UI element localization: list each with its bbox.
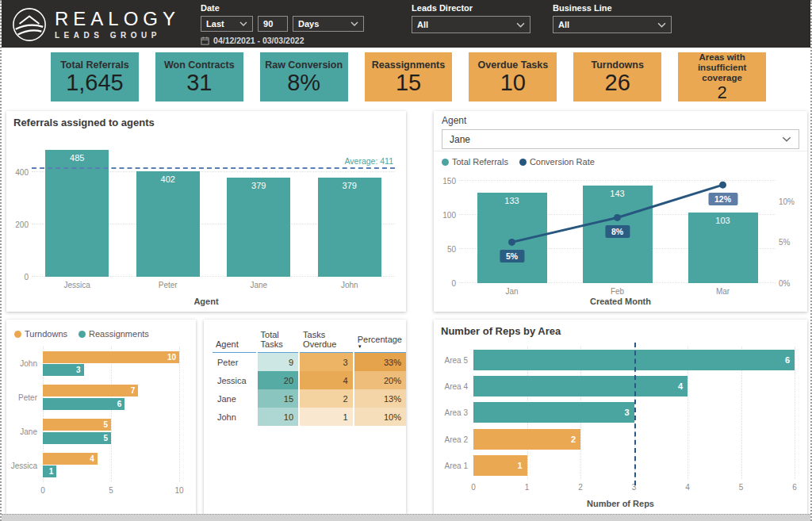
brand-subtitle: LEADS GROUP <box>55 31 180 40</box>
kpi-card-total-referrals[interactable]: Total Referrals1,645 <box>51 52 139 102</box>
kpi-value: 26 <box>605 71 630 94</box>
kpi-card-won-contracts[interactable]: Won Contracts31 <box>155 52 243 102</box>
x-category-label: Jessica <box>32 281 123 289</box>
kpi-card-overdue-tasks[interactable]: Overdue Tasks10 <box>469 52 557 102</box>
table-row-john[interactable]: John10110% <box>212 408 406 426</box>
business-line-filter-group: Business Line All <box>553 0 672 33</box>
table-row-jessica[interactable]: Jessica20420% <box>212 371 406 389</box>
bar-slot: 379Jane <box>213 146 304 277</box>
bar-area-1[interactable]: Area 11 <box>473 455 527 476</box>
y-axis-tick-label: 200 <box>8 220 29 229</box>
turndowns-bar-chart: 0510John103Peter76Jane55Jessica41 <box>43 347 179 482</box>
reps-bar-chart: 0123456Area 56Area 44Area 33Area 22Area … <box>473 347 795 479</box>
bar-value-label: 2 <box>571 435 580 444</box>
cell-total-tasks: 10 <box>257 408 300 426</box>
reps-by-area-panel: Number of Reps by Area 0123456Area 56Are… <box>434 320 807 514</box>
bar-reassignments-jane[interactable]: 5 <box>43 432 111 444</box>
table-header-row: AgentTotal TasksTasks OverduePercentage▼ <box>212 328 406 353</box>
bar-group-jessica: Jessica41 <box>43 451 179 479</box>
kpi-card-turndowns[interactable]: Turndowns26 <box>573 52 661 102</box>
bar-value-label: 6 <box>785 355 795 365</box>
calendar-icon <box>201 36 209 45</box>
kpi-label: Reassignments <box>372 59 445 71</box>
cell-agent: Jessica <box>212 371 257 389</box>
x-axis-tick-label: 10 <box>174 486 183 495</box>
bar-value-label: 4 <box>90 454 98 463</box>
y-category-label: Area 5 <box>445 355 468 364</box>
x-axis-tick-label: 4 <box>685 483 690 492</box>
x-axis-tick-label: 0 <box>40 486 45 495</box>
legend-label: Total Referrals <box>452 157 508 167</box>
column-header-percentage[interactable]: Percentage▼ <box>354 328 406 353</box>
cell-agent: John <box>212 408 257 426</box>
business-line-dropdown[interactable]: All <box>553 16 672 33</box>
tasks-table-panel: AgentTotal TasksTasks OverduePercentage▼… <box>204 320 406 514</box>
cell-tasks-overdue: 2 <box>299 389 354 408</box>
leads-director-dropdown[interactable]: All <box>412 16 530 33</box>
bar-reassignments-jessica[interactable]: 1 <box>43 465 56 477</box>
y-category-label: Area 1 <box>445 462 468 470</box>
y-category-label: Area 2 <box>445 435 468 443</box>
table-row-jane[interactable]: Jane15213% <box>212 389 406 408</box>
bar-value-label: 10 <box>167 353 179 362</box>
y-axis-tick-label: 0 <box>8 273 29 282</box>
chevron-down-icon <box>239 21 247 26</box>
monthly-combo-chart: 0501001500%5%10%133Jan143Feb103Mar5%8%12… <box>459 181 776 283</box>
kpi-card-areas-with-insufficient-coverage[interactable]: Areas with insufficient coverage2 <box>678 52 766 102</box>
legend-item-reassignments: Reassignments <box>79 329 149 339</box>
teal-dot-icon <box>442 159 449 166</box>
bar-area-4[interactable]: Area 44 <box>473 376 688 396</box>
bar-john[interactable]: 379 <box>318 178 381 277</box>
column-header-total-tasks[interactable]: Total Tasks <box>257 328 300 353</box>
orange-dot-icon <box>14 331 21 338</box>
y-axis-tick-label: 0 <box>435 279 456 288</box>
bar-value-label: 3 <box>76 366 84 374</box>
kpi-label: Total Referrals <box>60 59 129 71</box>
legend-label: Conversion Rate <box>530 157 595 167</box>
table-row-peter[interactable]: Peter9333% <box>212 353 406 372</box>
bar-turndowns-peter[interactable]: 7 <box>43 385 138 396</box>
agent-dropdown[interactable]: Jane <box>442 129 799 149</box>
bar-jane[interactable]: 379 <box>227 178 290 277</box>
date-number-input[interactable]: 90 <box>258 16 288 32</box>
leads-director-label: Leads Director <box>412 3 530 13</box>
cell-tasks-overdue: 3 <box>299 353 354 372</box>
date-range: 04/12/2021 - 03/03/2022 <box>201 36 364 45</box>
line-value-label-jan: 5% <box>500 250 524 262</box>
column-header-tasks-overdue[interactable]: Tasks Overdue <box>299 328 354 353</box>
date-unit-dropdown[interactable]: Days <box>293 16 364 32</box>
bar-group-jane: Jane55 <box>43 418 179 446</box>
bar-turndowns-jane[interactable]: 5 <box>43 419 111 431</box>
column-header-agent[interactable]: Agent <box>212 328 257 353</box>
y-category-label: John <box>20 359 37 368</box>
bar-value-label: 6 <box>117 400 125 408</box>
bar-reassignments-peter[interactable]: 6 <box>43 398 124 410</box>
x-axis-title: Number of Reps <box>434 499 807 508</box>
logo-text: REALOGY LEADS GROUP <box>55 10 180 40</box>
kpi-card-reassignments[interactable]: Reassignments15 <box>365 52 453 102</box>
x-category-label: Feb <box>565 287 670 296</box>
kpi-value: 8% <box>287 71 320 94</box>
chevron-down-icon <box>657 22 666 28</box>
bar-reassignments-john[interactable]: 3 <box>43 364 84 376</box>
bar-area-2[interactable]: Area 22 <box>473 429 580 450</box>
y-axis-tick-label: 400 <box>8 168 29 177</box>
bar-peter[interactable]: 402 <box>136 171 200 277</box>
date-filter-group: Date Last 90 Days 04/12/2021 - 03/03/202… <box>201 0 364 45</box>
kpi-row: Total Referrals1,645Won Contracts31Raw C… <box>51 52 766 102</box>
gridline <box>795 347 795 479</box>
date-relative-dropdown[interactable]: Last <box>201 16 253 32</box>
bar-turndowns-jessica[interactable]: 4 <box>43 453 98 465</box>
bar-value-label: 1 <box>517 461 527 470</box>
cell-percentage: 20% <box>354 371 406 389</box>
kpi-value: 2 <box>717 83 726 102</box>
kpi-card-raw-conversion[interactable]: Raw Conversion8% <box>260 52 348 102</box>
cell-percentage: 13% <box>354 389 406 408</box>
bar-turndowns-john[interactable]: 10 <box>43 351 179 363</box>
agent-dropdown-value: Jane <box>450 134 470 145</box>
x-category-label: Mar <box>670 287 776 296</box>
bar-area-3[interactable]: Area 33 <box>473 402 634 423</box>
top-header-bar: REALOGY LEADS GROUP Date Last 90 Days <box>2 0 810 48</box>
leads-director-value: All <box>417 20 428 29</box>
business-line-value: All <box>558 20 569 29</box>
